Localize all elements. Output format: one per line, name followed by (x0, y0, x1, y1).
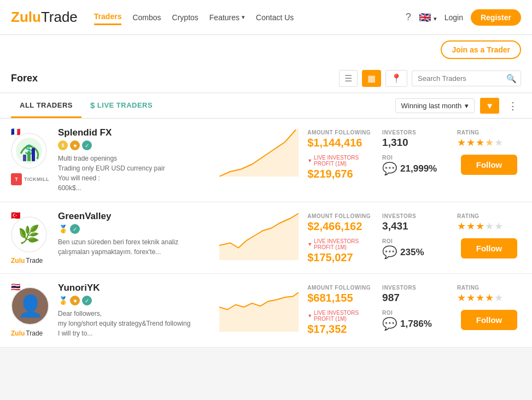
language-flag[interactable]: 🇬🇧 ▾ (419, 11, 437, 23)
logo[interactable]: Zulu Trade (11, 9, 78, 26)
svg-marker-5 (219, 127, 299, 177)
filter-icon: ▼ (486, 101, 494, 110)
svg-marker-7 (219, 292, 299, 332)
help-icon[interactable]: ? (406, 11, 411, 23)
follow-cell: Follow (457, 238, 521, 258)
stat-value-amount: $2,466,162 (307, 220, 371, 233)
roi-comment-row: 💬 1,786% (382, 317, 446, 331)
broker-logo: T TICKMILL (11, 173, 49, 185)
forex-controls: ☰ ▦ 📍 🔍 (339, 70, 521, 87)
svg-rect-2 (23, 155, 26, 161)
nav-cryptos[interactable]: Cryptos (172, 10, 198, 25)
down-arrow-icon: ▼ (307, 313, 312, 319)
stat-roi: ROI 💬 235% (382, 238, 446, 260)
logo-trade: Trade (41, 9, 78, 26)
stat-rating: RATING ★★★★★ (457, 213, 521, 232)
location-filter-button[interactable]: 📍 (385, 70, 407, 87)
star-empty: ★ (494, 137, 503, 149)
trader-stats: AMOUNT FOLLOWING $1,144,416 INVESTORS 1,… (307, 127, 521, 180)
trader-card: 🇹🇭 👤 ZuluTrade YunoriYK 🥇★✓ Dear followe… (0, 274, 532, 348)
tab-live-traders[interactable]: $ LIVE TRADERS (81, 93, 161, 118)
down-arrow-icon: ▼ (307, 158, 312, 163)
register-button[interactable]: Register (471, 9, 521, 26)
comment-icon[interactable]: 💬 (382, 317, 397, 331)
header-right: ? 🇬🇧 ▾ Login Register (406, 9, 521, 26)
stat-value-investors: 3,431 (382, 220, 446, 232)
svg-rect-3 (27, 151, 31, 161)
stat-value-live: $219,676 (307, 168, 371, 180)
star-rating: ★★★★★ (457, 292, 521, 304)
stat-label-investors: INVESTORS (382, 285, 446, 291)
tab-all-traders[interactable]: ALL TRADERS (11, 93, 81, 118)
star-full: ★ (466, 137, 475, 149)
roi-comment-row: 💬 21,999% (382, 162, 446, 176)
star-half: ★ (485, 137, 494, 149)
star-full: ★ (476, 137, 484, 149)
header: Zulu Trade Traders Combos Cryptos Featur… (0, 0, 532, 35)
grid-view-button[interactable]: ▦ (362, 70, 381, 87)
comment-icon[interactable]: 💬 (382, 245, 397, 260)
stat-label-rating: RATING (457, 285, 521, 291)
broker-logo: ZuluTrade (11, 330, 49, 337)
stat-rating: RATING ★★★★★ (457, 285, 521, 304)
star-full: ★ (476, 292, 484, 304)
badge-check: ✓ (70, 224, 80, 234)
trader-name: Splendid FX (58, 127, 211, 138)
trader-info: GreenValley 🥇✓ Ben uzun süreden beri for… (58, 211, 211, 257)
stat-value-live: $17,352 (307, 323, 371, 336)
badge-check: ✓ (82, 140, 92, 150)
trader-description: Dear followers, my long/short equity str… (58, 309, 211, 338)
stat-value-investors: 987 (382, 292, 446, 304)
trader-badges: $★✓ (58, 140, 211, 150)
logo-zulu: Zulu (11, 9, 41, 26)
comment-icon[interactable]: 💬 (382, 162, 397, 176)
stat-label-live: ▼LIVE INVESTORS PROFIT (1M) (307, 155, 371, 167)
trader-chart (219, 127, 299, 177)
trader-avatar: 🇹🇭 👤 ZuluTrade (11, 283, 49, 337)
nav-contact-us[interactable]: Contact Us (256, 10, 294, 25)
nav-combos[interactable]: Combos (132, 10, 161, 25)
search-icon: 🔍 (506, 74, 517, 84)
follow-button[interactable]: Follow (461, 310, 518, 330)
stat-value-roi: 235% (400, 247, 424, 258)
winning-filter-button[interactable]: Winning last month ▾ (395, 98, 475, 113)
join-banner: Join as a Trader (0, 35, 532, 64)
list-view-button[interactable]: ☰ (339, 70, 358, 87)
follow-button[interactable]: Follow (461, 155, 518, 175)
stat-roi: ROI 💬 1,786% (382, 310, 446, 331)
star-full: ★ (476, 220, 484, 232)
trader-name: GreenValley (58, 211, 211, 222)
star-full: ★ (466, 292, 475, 304)
star-full: ★ (457, 292, 466, 304)
stat-amount-following: AMOUNT FOLLOWING $2,466,162 (307, 213, 371, 233)
stat-label-roi: ROI (382, 155, 446, 161)
stat-amount-following: AMOUNT FOLLOWING $1,144,416 (307, 130, 371, 149)
trader-description: Ben uzun süreden beri forex teknik anali… (58, 237, 211, 257)
svg-rect-4 (32, 148, 35, 161)
stat-value-investors: 1,310 (382, 137, 446, 149)
join-as-trader-button[interactable]: Join as a Trader (441, 40, 521, 59)
star-empty: ★ (494, 292, 503, 304)
tabs-left: ALL TRADERS $ LIVE TRADERS (11, 93, 161, 118)
filter-button[interactable]: ▼ (480, 98, 499, 114)
stat-label-live: ▼LIVE INVESTORS PROFIT (1M) (307, 238, 371, 250)
badge-medal: 🥇 (58, 224, 68, 234)
nav-features[interactable]: Features ▾ (209, 10, 245, 25)
nav-traders[interactable]: Traders (94, 9, 122, 25)
badge-medal: 🥇 (58, 296, 68, 305)
chevron-down-icon: ▾ (465, 102, 469, 110)
trader-chart (219, 283, 299, 332)
follow-button[interactable]: Follow (461, 238, 518, 258)
login-button[interactable]: Login (445, 13, 463, 22)
search-wrapper: 🔍 (412, 70, 521, 86)
stat-value-live: $175,027 (307, 251, 371, 264)
down-arrow-icon: ▼ (307, 242, 312, 247)
search-input[interactable] (412, 70, 521, 86)
trader-info: YunoriYK 🥇★✓ Dear followers, my long/sho… (58, 283, 211, 338)
stat-value-roi: 21,999% (400, 163, 437, 174)
trader-description: Multi trade openings Trading only EUR US… (58, 154, 211, 193)
stat-label-amount: AMOUNT FOLLOWING (307, 213, 371, 219)
stat-label-roi: ROI (382, 310, 446, 316)
more-options-button[interactable]: ⋮ (505, 98, 521, 114)
stat-investors: INVESTORS 987 (382, 285, 446, 304)
